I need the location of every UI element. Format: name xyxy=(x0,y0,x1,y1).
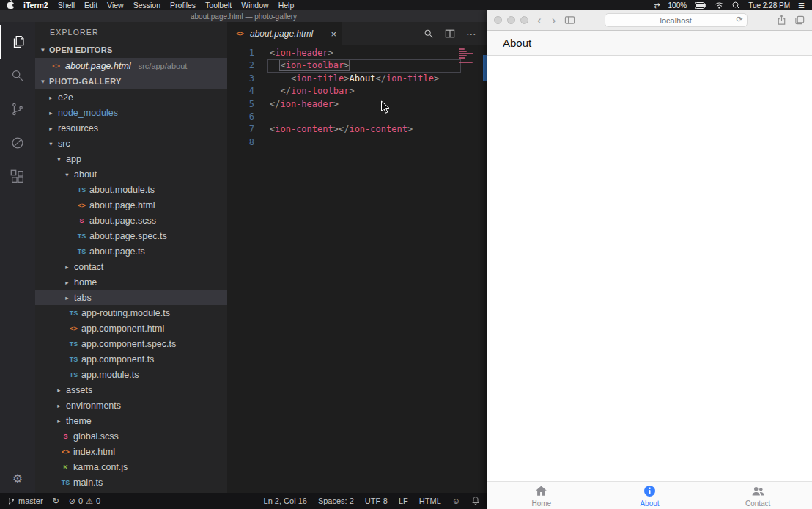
tree-folder-home[interactable]: ▸home xyxy=(35,274,227,290)
git-branch-item[interactable]: master xyxy=(7,497,43,506)
tree-file-app.component.html[interactable]: <>app.component.html xyxy=(35,321,227,336)
menu-window[interactable]: Window xyxy=(241,1,268,10)
tree-file-about.page.html[interactable]: <>about.page.html xyxy=(35,197,227,213)
debug-icon[interactable] xyxy=(0,126,35,160)
vscode-title-bar[interactable]: about.page.html — photo-gallery xyxy=(0,10,487,22)
tree-file-app.module.ts[interactable]: TSapp.module.ts xyxy=(35,367,227,382)
tab-label: Contact xyxy=(745,499,770,508)
menu-app-name[interactable]: iTerm2 xyxy=(23,1,48,10)
tree-folder-tabs[interactable]: ▸tabs xyxy=(35,290,227,305)
tree-file-about.module.ts[interactable]: TSabout.module.ts xyxy=(35,182,227,197)
code-editor[interactable]: 1<ion-header>2 <ion-toolbar>3 <ion-title… xyxy=(227,45,487,493)
close-icon[interactable]: × xyxy=(331,29,336,40)
tree-file-main.ts[interactable]: TSmain.ts xyxy=(35,475,227,490)
tree-file-app.component.ts[interactable]: TSapp.component.ts xyxy=(35,351,227,367)
ion-tab-bar: HomeAboutContact xyxy=(487,481,812,509)
tree-file-app-routing.module.ts[interactable]: TSapp-routing.module.ts xyxy=(35,305,227,321)
tab-home[interactable]: Home xyxy=(487,482,596,509)
tree-file-app.component.spec.ts[interactable]: TSapp.component.spec.ts xyxy=(35,336,227,351)
menu-clock[interactable]: Tue 2:28 PM xyxy=(748,1,790,10)
split-editor-icon[interactable] xyxy=(445,29,455,39)
contacts-icon xyxy=(751,484,765,498)
tabs-overview-icon[interactable] xyxy=(794,15,805,26)
tree-folder-app[interactable]: ▾app xyxy=(35,151,227,166)
minimap-line xyxy=(459,51,467,52)
tree-item-label: src xyxy=(58,139,70,149)
sidebar-toggle-icon[interactable] xyxy=(564,15,575,26)
zoom-window-button[interactable] xyxy=(520,16,528,24)
swap-icon[interactable]: ⇄ xyxy=(654,1,660,10)
tree-folder-about[interactable]: ▾about xyxy=(35,166,227,182)
reload-icon[interactable]: ⟳ xyxy=(736,15,742,24)
tree-folder-theme[interactable]: ▸theme xyxy=(35,413,227,428)
menu-view[interactable]: View xyxy=(107,1,124,10)
menu-toolbelt[interactable]: Toolbelt xyxy=(205,1,232,10)
menu-profiles[interactable]: Profiles xyxy=(170,1,196,10)
close-window-button[interactable] xyxy=(494,16,502,24)
source-control-icon[interactable] xyxy=(0,92,35,126)
notifications-bell-icon[interactable] xyxy=(471,496,480,507)
file-tree: ▸e2e▸node_modules▸resources▾src▾app▾abou… xyxy=(35,89,227,493)
open-editors-header[interactable]: ▾ OPEN EDITORS xyxy=(35,42,227,58)
minimize-window-button[interactable] xyxy=(507,16,515,24)
cursor-position[interactable]: Ln 2, Col 16 xyxy=(264,497,307,505)
extensions-icon[interactable] xyxy=(0,160,35,194)
code-line-1: 1<ion-header> xyxy=(227,47,487,59)
encoding[interactable]: UTF-8 xyxy=(365,497,388,505)
share-icon[interactable] xyxy=(776,15,787,26)
sync-icon[interactable]: ↻ xyxy=(53,497,59,506)
explorer-icon[interactable] xyxy=(0,25,35,59)
tree-folder-assets[interactable]: ▸assets xyxy=(35,382,227,398)
tree-item-label: global.scss xyxy=(73,431,119,442)
wifi-icon[interactable] xyxy=(715,1,724,9)
spotlight-icon[interactable] xyxy=(732,1,740,10)
eol-indicator[interactable]: LF xyxy=(399,497,408,505)
tree-folder-e2e[interactable]: ▸e2e xyxy=(35,89,227,105)
tree-item-label: theme xyxy=(66,416,92,426)
indentation[interactable]: Spaces: 2 xyxy=(318,497,354,505)
notification-center-icon[interactable]: ☰ xyxy=(798,1,805,10)
more-actions-icon[interactable]: ⋯ xyxy=(466,28,477,40)
code-line-4: 4 </ion-toolbar> xyxy=(227,85,487,98)
tree-file-karma.conf.js[interactable]: Kkarma.conf.js xyxy=(35,459,227,475)
settings-gear-icon[interactable]: ⚙︎ xyxy=(12,472,23,486)
window-controls[interactable] xyxy=(494,16,528,24)
chevron-right-icon: ▸ xyxy=(54,417,64,425)
chevron-down-icon: ▾ xyxy=(38,78,48,85)
tree-folder-node_modules[interactable]: ▸node_modules xyxy=(35,105,227,120)
minimap-line xyxy=(459,57,465,59)
tree-file-about.page.scss[interactable]: Sabout.page.scss xyxy=(35,213,227,228)
apple-menu-icon[interactable] xyxy=(7,2,14,9)
tree-folder-contact[interactable]: ▸contact xyxy=(35,259,227,274)
safari-toolbar: ‹ › localhost ⟳ xyxy=(487,10,812,31)
project-section-header[interactable]: ▾ PHOTO-GALLERY xyxy=(35,73,227,89)
open-preview-icon[interactable] xyxy=(424,29,434,39)
tree-file-about.page.spec.ts[interactable]: TSabout.page.spec.ts xyxy=(35,228,227,243)
menu-shell[interactable]: Shell xyxy=(58,1,75,10)
tab-about-page-html[interactable]: <> about.page.html × xyxy=(227,22,342,45)
activity-bar: ⚙︎ xyxy=(0,22,35,493)
open-editor-item[interactable]: <> about.page.html src/app/about xyxy=(35,58,227,73)
tree-folder-environments[interactable]: ▸environments xyxy=(35,398,227,413)
forward-button[interactable]: › xyxy=(550,14,558,26)
feedback-smiley-icon[interactable]: ☺︎ xyxy=(452,497,460,505)
tree-file-global.scss[interactable]: Sglobal.scss xyxy=(35,428,227,444)
tree-folder-resources[interactable]: ▸resources xyxy=(35,120,227,136)
battery-icon[interactable] xyxy=(695,2,706,9)
tab-contact[interactable]: Contact xyxy=(704,482,812,509)
menu-status-area: ⇄ 100% Tue 2:28 PM ☰ xyxy=(654,1,805,10)
address-bar[interactable]: localhost ⟳ xyxy=(605,13,748,27)
language-mode[interactable]: HTML xyxy=(419,497,441,505)
page-header: About xyxy=(487,31,812,56)
tree-item-label: app xyxy=(66,154,81,164)
menu-help[interactable]: Help xyxy=(278,1,295,10)
menu-edit[interactable]: Edit xyxy=(84,1,97,10)
menu-session[interactable]: Session xyxy=(133,1,160,10)
back-button[interactable]: ‹ xyxy=(536,14,543,26)
tree-folder-src[interactable]: ▾src xyxy=(35,136,227,151)
problems-item[interactable]: ⊘ 0 ⚠︎ 0 xyxy=(69,497,100,506)
tree-file-about.page.ts[interactable]: TSabout.page.ts xyxy=(35,243,227,259)
tree-file-index.html[interactable]: <>index.html xyxy=(35,444,227,459)
search-icon[interactable] xyxy=(0,59,35,92)
tab-about[interactable]: About xyxy=(596,482,704,509)
